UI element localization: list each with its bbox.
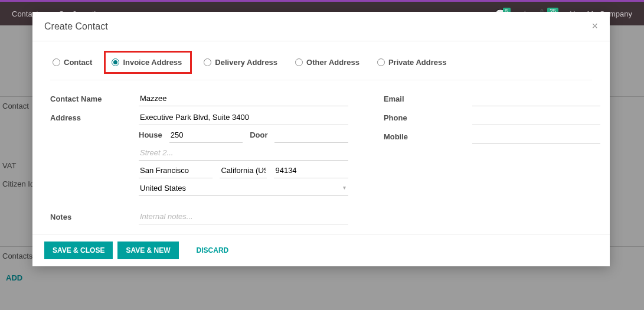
label-phone: Phone <box>384 110 472 122</box>
label-email: Email <box>384 91 472 103</box>
street2-input[interactable] <box>139 145 348 161</box>
country-select[interactable] <box>139 181 348 196</box>
zip-input[interactable] <box>274 163 348 178</box>
discard-button[interactable]: DISCARD <box>188 242 237 259</box>
save-close-button[interactable]: SAVE & CLOSE <box>44 242 113 259</box>
create-contact-modal: Create Contact × Contact Invoice Address… <box>32 12 610 266</box>
radio-other-label: Other Address <box>306 58 359 67</box>
radio-invoice-label: Invoice Address <box>123 58 182 67</box>
label-contact-name: Contact Name <box>50 91 139 103</box>
save-new-button[interactable]: SAVE & NEW <box>117 242 178 259</box>
radio-invoice-address[interactable]: Invoice Address <box>109 56 184 68</box>
mobile-input[interactable] <box>472 129 600 144</box>
street-input[interactable] <box>139 110 348 125</box>
radio-private-address[interactable]: Private Address <box>375 56 449 68</box>
city-input[interactable] <box>139 163 213 178</box>
phone-input[interactable] <box>472 110 600 125</box>
modal-title: Create Contact <box>44 21 108 32</box>
highlight-box: Invoice Address <box>104 51 192 74</box>
label-house: House <box>139 128 162 143</box>
radio-icon <box>295 58 303 66</box>
house-input[interactable] <box>169 128 243 143</box>
radio-other-address[interactable]: Other Address <box>293 56 362 68</box>
label-mobile: Mobile <box>384 129 472 141</box>
radio-delivery-label: Delivery Address <box>215 58 277 67</box>
address-type-radios: Contact Invoice Address Delivery Address… <box>50 53 592 80</box>
radio-icon <box>204 58 211 66</box>
door-input[interactable] <box>274 128 348 143</box>
label-address: Address <box>50 110 139 122</box>
radio-private-label: Private Address <box>388 58 447 67</box>
contact-name-input[interactable] <box>139 91 348 106</box>
radio-delivery-address[interactable]: Delivery Address <box>201 56 280 68</box>
close-icon[interactable]: × <box>591 20 598 32</box>
label-notes: Notes <box>50 209 139 221</box>
radio-icon <box>377 58 385 66</box>
notes-input[interactable] <box>139 209 348 224</box>
label-door: Door <box>250 128 267 143</box>
radio-icon <box>53 58 60 66</box>
radio-icon <box>112 58 119 66</box>
state-select[interactable] <box>220 163 267 178</box>
email-input[interactable] <box>472 91 600 106</box>
radio-contact[interactable]: Contact <box>50 56 94 68</box>
radio-contact-label: Contact <box>64 58 92 67</box>
